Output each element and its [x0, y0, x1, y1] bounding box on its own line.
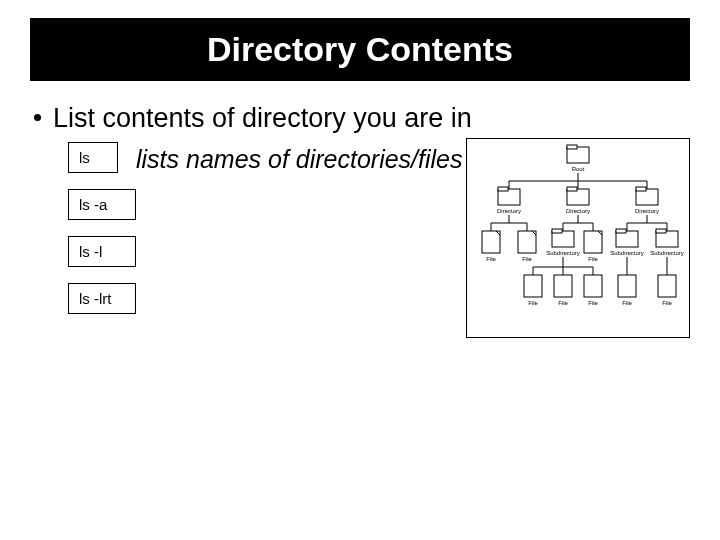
ls-description: lists names of directories/files	[136, 145, 463, 174]
file-icon	[554, 275, 572, 297]
file-label: File	[522, 256, 532, 262]
cmd-ls-a: ls -a	[68, 189, 136, 220]
svg-rect-45	[554, 275, 572, 297]
file-label: File	[588, 300, 598, 306]
sub-label: Subdirectory	[610, 250, 644, 256]
svg-rect-27	[518, 231, 536, 253]
svg-rect-10	[567, 187, 577, 191]
cmd-ls-lrt: ls -lrt	[68, 283, 136, 314]
file-icon	[658, 275, 676, 297]
file-label: File	[528, 300, 538, 306]
folder-icon	[498, 187, 520, 205]
file-icon	[524, 275, 542, 297]
cmd-ls: ls	[68, 142, 118, 173]
cmd-ls-l: ls -l	[68, 236, 136, 267]
svg-rect-30	[552, 229, 562, 233]
folder-icon	[656, 229, 678, 247]
svg-rect-8	[498, 187, 508, 191]
svg-rect-25	[482, 231, 500, 253]
bullet-dot-icon	[34, 114, 41, 121]
file-icon	[584, 231, 602, 253]
file-label: File	[622, 300, 632, 306]
file-label: File	[486, 256, 496, 262]
svg-rect-1	[567, 145, 577, 149]
svg-rect-46	[584, 275, 602, 297]
file-label: File	[588, 256, 598, 262]
folder-icon	[636, 187, 658, 205]
svg-rect-44	[524, 275, 542, 297]
folder-icon	[567, 187, 589, 205]
bullet-text: List contents of directory you are in	[53, 103, 472, 133]
dir-label: Directory	[497, 208, 521, 214]
file-icon	[482, 231, 500, 253]
svg-rect-31	[584, 231, 602, 253]
file-icon	[518, 231, 536, 253]
bullet-line: List contents of directory you are in	[30, 103, 720, 134]
folder-icon	[616, 229, 638, 247]
svg-rect-47	[618, 275, 636, 297]
folder-icon	[567, 145, 589, 163]
command-column: ls ls -a ls -l ls -lrt	[68, 142, 136, 330]
sub-label: Subdirectory	[546, 250, 580, 256]
directory-tree-diagram: Root Directory Directory Directory	[466, 138, 690, 338]
root-label: Root	[572, 166, 585, 172]
folder-icon	[552, 229, 574, 247]
file-label: File	[662, 300, 672, 306]
svg-rect-48	[658, 275, 676, 297]
svg-rect-34	[616, 229, 626, 233]
svg-rect-36	[656, 229, 666, 233]
file-icon	[584, 275, 602, 297]
svg-rect-12	[636, 187, 646, 191]
file-label: File	[558, 300, 568, 306]
dir-label: Directory	[635, 208, 659, 214]
file-icon	[618, 275, 636, 297]
dir-label: Directory	[566, 208, 590, 214]
slide-title: Directory Contents	[30, 18, 690, 81]
sub-label: Subdirectory	[650, 250, 684, 256]
body: ls ls -a ls -l ls -lrt lists names of di…	[68, 142, 690, 382]
